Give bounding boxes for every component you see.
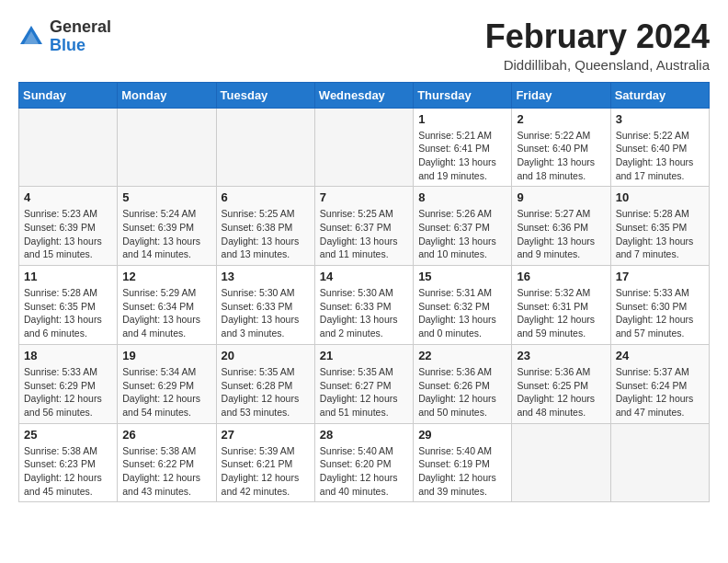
- calendar-cell: 9Sunrise: 5:27 AM Sunset: 6:36 PM Daylig…: [512, 187, 610, 266]
- logo-blue: Blue: [50, 36, 85, 54]
- day-info: Sunrise: 5:28 AM Sunset: 6:35 PM Dayligh…: [616, 207, 704, 261]
- day-number: 1: [418, 112, 506, 126]
- calendar-cell: 20Sunrise: 5:35 AM Sunset: 6:28 PM Dayli…: [216, 344, 314, 423]
- logo: General Blue: [18, 18, 111, 55]
- week-row-2: 4Sunrise: 5:23 AM Sunset: 6:39 PM Daylig…: [19, 187, 710, 266]
- calendar-cell: 10Sunrise: 5:28 AM Sunset: 6:35 PM Dayli…: [610, 187, 709, 266]
- calendar-cell: 18Sunrise: 5:33 AM Sunset: 6:29 PM Dayli…: [19, 344, 118, 423]
- calendar-cell: 17Sunrise: 5:33 AM Sunset: 6:30 PM Dayli…: [610, 266, 709, 345]
- calendar-table: SundayMondayTuesdayWednesdayThursdayFrid…: [18, 82, 710, 503]
- calendar-cell: [118, 108, 216, 187]
- calendar-cell: [19, 108, 118, 187]
- calendar-cell: [512, 423, 610, 502]
- day-info: Sunrise: 5:38 AM Sunset: 6:22 PM Dayligh…: [122, 444, 210, 499]
- calendar-cell: 11Sunrise: 5:28 AM Sunset: 6:35 PM Dayli…: [19, 266, 118, 345]
- week-row-5: 25Sunrise: 5:38 AM Sunset: 6:23 PM Dayli…: [19, 423, 710, 502]
- day-info: Sunrise: 5:30 AM Sunset: 6:33 PM Dayligh…: [320, 286, 408, 340]
- day-number: 10: [616, 190, 704, 204]
- day-number: 4: [24, 190, 112, 204]
- calendar-cell: 22Sunrise: 5:36 AM Sunset: 6:26 PM Dayli…: [414, 344, 512, 423]
- logo-icon: [18, 24, 44, 50]
- day-number: 26: [122, 428, 210, 442]
- calendar-cell: 6Sunrise: 5:25 AM Sunset: 6:38 PM Daylig…: [216, 187, 314, 266]
- page-header: General Blue February 2024 Diddillibah, …: [18, 18, 710, 73]
- calendar-cell: 23Sunrise: 5:36 AM Sunset: 6:25 PM Dayli…: [512, 344, 610, 423]
- day-number: 18: [24, 349, 112, 362]
- day-number: 20: [222, 349, 310, 362]
- day-number: 3: [616, 112, 704, 126]
- day-info: Sunrise: 5:21 AM Sunset: 6:41 PM Dayligh…: [418, 129, 506, 183]
- day-info: Sunrise: 5:34 AM Sunset: 6:29 PM Dayligh…: [122, 365, 210, 419]
- day-number: 28: [320, 428, 408, 442]
- weekday-header-friday: Friday: [512, 82, 610, 108]
- day-number: 8: [418, 190, 506, 204]
- calendar-cell: 4Sunrise: 5:23 AM Sunset: 6:39 PM Daylig…: [19, 187, 118, 266]
- day-number: 29: [418, 428, 506, 442]
- day-number: 5: [122, 190, 210, 204]
- month-year: February 2024: [485, 18, 710, 55]
- day-number: 7: [320, 190, 408, 204]
- day-info: Sunrise: 5:37 AM Sunset: 6:24 PM Dayligh…: [616, 365, 704, 419]
- day-info: Sunrise: 5:30 AM Sunset: 6:33 PM Dayligh…: [222, 286, 310, 340]
- day-info: Sunrise: 5:29 AM Sunset: 6:34 PM Dayligh…: [122, 286, 210, 340]
- day-info: Sunrise: 5:22 AM Sunset: 6:40 PM Dayligh…: [517, 129, 605, 183]
- location: Diddillibah, Queensland, Australia: [485, 57, 710, 73]
- day-number: 9: [517, 190, 605, 204]
- week-row-4: 18Sunrise: 5:33 AM Sunset: 6:29 PM Dayli…: [19, 344, 710, 423]
- logo-general: General: [50, 17, 111, 36]
- week-row-1: 1Sunrise: 5:21 AM Sunset: 6:41 PM Daylig…: [19, 108, 710, 187]
- weekday-header-row: SundayMondayTuesdayWednesdayThursdayFrid…: [19, 82, 710, 108]
- calendar-cell: 1Sunrise: 5:21 AM Sunset: 6:41 PM Daylig…: [414, 108, 512, 187]
- day-number: 14: [320, 270, 408, 283]
- day-number: 25: [24, 428, 112, 442]
- calendar-cell: 15Sunrise: 5:31 AM Sunset: 6:32 PM Dayli…: [414, 266, 512, 345]
- day-number: 19: [122, 349, 210, 362]
- day-number: 2: [517, 112, 605, 126]
- day-number: 12: [122, 270, 210, 283]
- calendar-cell: [610, 423, 709, 502]
- day-info: Sunrise: 5:24 AM Sunset: 6:39 PM Dayligh…: [122, 207, 210, 261]
- day-number: 16: [517, 270, 605, 283]
- calendar-cell: 16Sunrise: 5:32 AM Sunset: 6:31 PM Dayli…: [512, 266, 610, 345]
- weekday-header-wednesday: Wednesday: [314, 82, 413, 108]
- day-info: Sunrise: 5:28 AM Sunset: 6:35 PM Dayligh…: [24, 286, 112, 340]
- day-info: Sunrise: 5:33 AM Sunset: 6:30 PM Dayligh…: [616, 286, 704, 340]
- calendar-cell: 19Sunrise: 5:34 AM Sunset: 6:29 PM Dayli…: [118, 344, 216, 423]
- day-number: 22: [418, 349, 506, 362]
- day-info: Sunrise: 5:22 AM Sunset: 6:40 PM Dayligh…: [616, 129, 704, 183]
- day-info: Sunrise: 5:38 AM Sunset: 6:23 PM Dayligh…: [24, 444, 112, 499]
- calendar-cell: [216, 108, 314, 187]
- weekday-header-sunday: Sunday: [19, 82, 118, 108]
- calendar-cell: 13Sunrise: 5:30 AM Sunset: 6:33 PM Dayli…: [216, 266, 314, 345]
- title-block: February 2024 Diddillibah, Queensland, A…: [485, 18, 710, 73]
- weekday-header-monday: Monday: [118, 82, 216, 108]
- calendar-cell: 5Sunrise: 5:24 AM Sunset: 6:39 PM Daylig…: [118, 187, 216, 266]
- calendar-cell: 28Sunrise: 5:40 AM Sunset: 6:20 PM Dayli…: [314, 423, 413, 502]
- day-number: 27: [222, 428, 310, 442]
- day-info: Sunrise: 5:26 AM Sunset: 6:37 PM Dayligh…: [418, 207, 506, 261]
- day-number: 17: [616, 270, 704, 283]
- day-info: Sunrise: 5:36 AM Sunset: 6:26 PM Dayligh…: [418, 365, 506, 419]
- calendar-cell: 25Sunrise: 5:38 AM Sunset: 6:23 PM Dayli…: [19, 423, 118, 502]
- day-info: Sunrise: 5:27 AM Sunset: 6:36 PM Dayligh…: [517, 207, 605, 261]
- day-number: 24: [616, 349, 704, 362]
- day-info: Sunrise: 5:33 AM Sunset: 6:29 PM Dayligh…: [24, 365, 112, 419]
- calendar-cell: 8Sunrise: 5:26 AM Sunset: 6:37 PM Daylig…: [414, 187, 512, 266]
- calendar-cell: 3Sunrise: 5:22 AM Sunset: 6:40 PM Daylig…: [610, 108, 709, 187]
- day-number: 21: [320, 349, 408, 362]
- calendar-cell: 2Sunrise: 5:22 AM Sunset: 6:40 PM Daylig…: [512, 108, 610, 187]
- day-info: Sunrise: 5:40 AM Sunset: 6:19 PM Dayligh…: [418, 444, 506, 499]
- calendar-cell: 26Sunrise: 5:38 AM Sunset: 6:22 PM Dayli…: [118, 423, 216, 502]
- weekday-header-tuesday: Tuesday: [216, 82, 314, 108]
- day-info: Sunrise: 5:36 AM Sunset: 6:25 PM Dayligh…: [517, 365, 605, 419]
- day-info: Sunrise: 5:25 AM Sunset: 6:37 PM Dayligh…: [320, 207, 408, 261]
- day-number: 11: [24, 270, 112, 283]
- calendar-cell: 14Sunrise: 5:30 AM Sunset: 6:33 PM Dayli…: [314, 266, 413, 345]
- day-number: 6: [222, 190, 310, 204]
- day-info: Sunrise: 5:35 AM Sunset: 6:27 PM Dayligh…: [320, 365, 408, 419]
- day-number: 23: [517, 349, 605, 362]
- day-info: Sunrise: 5:40 AM Sunset: 6:20 PM Dayligh…: [320, 444, 408, 499]
- day-info: Sunrise: 5:32 AM Sunset: 6:31 PM Dayligh…: [517, 286, 605, 340]
- day-number: 13: [222, 270, 310, 283]
- day-info: Sunrise: 5:23 AM Sunset: 6:39 PM Dayligh…: [24, 207, 112, 261]
